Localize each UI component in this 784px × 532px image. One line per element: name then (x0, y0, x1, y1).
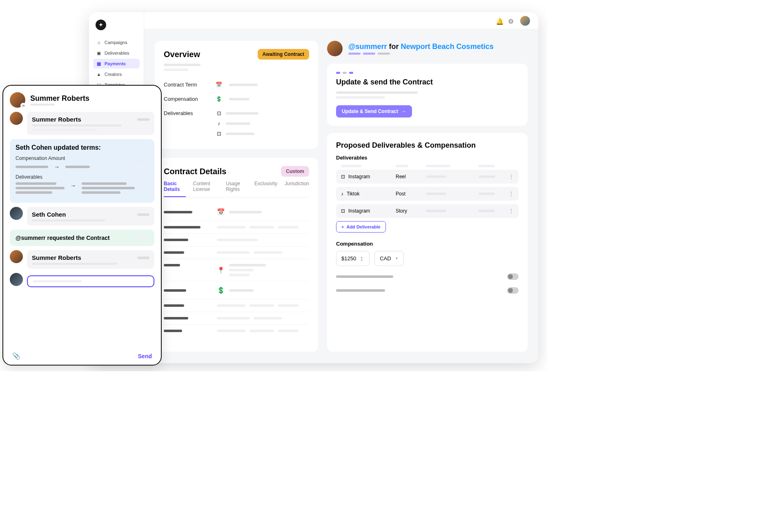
step-dot (343, 72, 347, 74)
dollar-icon: 💲 (217, 286, 225, 294)
overview-row-label: Deliverables (164, 110, 209, 116)
avatar (10, 112, 23, 125)
more-icon[interactable]: ⋮ (509, 191, 514, 197)
proposed-title: Proposed Deliverables & Compensation (336, 141, 519, 150)
toggle-2[interactable] (507, 287, 519, 294)
overview-row-label: Compensation (164, 96, 209, 102)
currency-value: CAD (380, 255, 391, 262)
card-icon: ▦ (96, 61, 101, 66)
message-author: Summer Roberts (32, 254, 81, 261)
platform-label: Instagram (348, 208, 370, 214)
skeleton (226, 133, 254, 135)
update-send-contract-button[interactable]: Update & Send Contract→ (336, 105, 412, 117)
compensation-label: Compensation (336, 241, 519, 247)
deliverable-row: ♪Tiktok Post ⋮ (336, 187, 519, 201)
sidebar-item-label: Deliverables (105, 51, 129, 55)
sidebar-item-creators[interactable]: ▲Creators (93, 69, 140, 79)
arrow-right-icon: → (70, 182, 76, 189)
skeleton (226, 112, 258, 115)
tab-row: Basic Details Content License Usage Righ… (164, 181, 309, 197)
skeleton (137, 257, 149, 259)
dollar-icon: 💲 (216, 96, 222, 102)
arrow-right-icon: → (401, 109, 406, 114)
sidebar-item-deliverables[interactable]: ▣Deliverables (93, 48, 140, 58)
main-area: 🔔 ⚙ Overview Awaiting Contract Contract … (144, 12, 538, 363)
chat-input[interactable] (27, 275, 154, 287)
more-icon[interactable]: ⋮ (509, 174, 514, 180)
content: Overview Awaiting Contract Contract Term… (144, 29, 538, 363)
creator-header: @summerr for Newport Beach Cosmetics (327, 41, 528, 56)
instagram-icon: ⊡ (216, 131, 222, 137)
status-badge: Awaiting Contract (258, 49, 309, 60)
skeleton (336, 96, 385, 99)
type-label: Reel (396, 174, 420, 180)
skeleton (136, 237, 149, 239)
system-card-terms-updated: Seth Cohen updated terms: Compensation A… (10, 139, 154, 203)
system-row-label: Compensation Amount (16, 155, 149, 161)
pill (363, 53, 375, 55)
tab-usage-rights[interactable]: Usage Rights (226, 181, 247, 197)
skeleton (226, 122, 250, 125)
system-title: Seth Cohen updated terms: (16, 144, 149, 151)
stepper-icon[interactable]: ▲▼ (360, 256, 364, 262)
add-deliverable-button[interactable]: +Add Deliverable (336, 221, 386, 233)
deliverables-label: Deliverables (336, 155, 519, 161)
pill (378, 53, 390, 55)
calendar-icon: 📅 (216, 82, 222, 88)
tab-jurisdiction[interactable]: Jurisdiction (285, 181, 309, 197)
skeleton (32, 263, 118, 265)
more-icon[interactable]: ⋮ (509, 208, 514, 214)
instagram-icon: ⊡ (341, 208, 345, 214)
attachment-icon[interactable]: 📎 (12, 352, 20, 360)
creator-brand[interactable]: Newport Beach Cosmetics (401, 42, 494, 51)
creator-title: @summerr for Newport Beach Cosmetics (348, 42, 494, 51)
system-card-contract-requested: @summerr requested the Contract (10, 230, 154, 246)
skeleton (164, 64, 200, 66)
message-author: Summer Roberts (32, 116, 81, 123)
currency-select[interactable]: CAD▼ (374, 251, 403, 266)
skeleton (16, 166, 48, 168)
type-label: Post (396, 191, 420, 197)
user-avatar[interactable] (520, 16, 530, 26)
skeleton (336, 91, 418, 94)
box-icon: ▣ (96, 51, 101, 55)
tab-basic-details[interactable]: Basic Details (164, 181, 186, 197)
tiktok-icon: ♪ (216, 120, 222, 126)
bell-icon[interactable]: 🔔 (496, 18, 502, 24)
sidebar-item-campaigns[interactable]: ⌂Campaigns (93, 38, 140, 47)
skeleton (229, 84, 258, 86)
system-text: @summerr requested the Contract (16, 235, 110, 241)
amount-input[interactable]: $1250▲▼ (336, 251, 370, 266)
custom-badge: Custom (281, 166, 309, 177)
platform-label: Instagram (348, 174, 370, 180)
send-button[interactable]: Send (138, 353, 152, 359)
skeleton (164, 69, 188, 71)
sidebar-item-label: Creators (105, 72, 122, 77)
toggle-1[interactable] (507, 273, 519, 280)
system-row-label: Deliverables (16, 174, 149, 180)
amount-value: $1250 (341, 255, 356, 262)
creator-handle[interactable]: @summerr (348, 42, 387, 51)
gear-icon[interactable]: ⚙ (508, 18, 514, 24)
overview-row-label: Contract Term (164, 82, 209, 88)
sidebar-item-label: Payments (105, 61, 126, 66)
avatar (10, 207, 23, 220)
skeleton (336, 289, 385, 292)
skeleton (32, 124, 122, 126)
tiktok-icon: ♪ (341, 191, 343, 197)
sidebar-item-payments[interactable]: ▦Payments (93, 59, 140, 69)
skeleton (136, 166, 149, 168)
tab-content-license[interactable]: Content License (193, 181, 218, 197)
platform-label: Tiktok (347, 191, 360, 197)
location-icon: 📍 (217, 266, 225, 274)
avatar (10, 250, 23, 263)
skeleton (336, 275, 393, 278)
tab-exclusivity[interactable]: Exclusivity (254, 181, 277, 197)
topbar: 🔔 ⚙ (144, 12, 538, 29)
overview-card: Overview Awaiting Contract Contract Term… (155, 41, 318, 149)
chat-header: ✉ Summer Roberts (10, 92, 154, 112)
creator-avatar (327, 41, 343, 56)
update-contract-card: Update & send the Contract Update & Send… (327, 64, 528, 126)
details-title: Contract Details (164, 167, 226, 176)
overview-title: Overview (164, 50, 200, 59)
